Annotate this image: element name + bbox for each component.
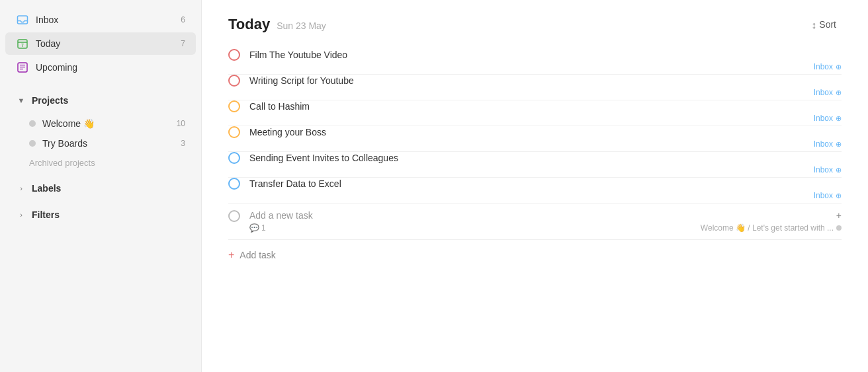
- task-source[interactable]: Inbox ⊕: [814, 62, 842, 71]
- today-count: 7: [181, 39, 185, 48]
- today-title-group: Today Sun 23 May: [228, 16, 326, 33]
- task-row-main: Film The Youtube Video: [228, 49, 842, 61]
- add-task-button[interactable]: + Add task: [228, 242, 842, 268]
- task-source[interactable]: Inbox ⊕: [814, 114, 842, 123]
- project-dot-welcome: [29, 120, 36, 127]
- task-row-meta: Inbox ⊕: [228, 112, 842, 126]
- project-path-text: Welcome 👋 / Let's get started with ...: [701, 223, 834, 233]
- inbox-count: 6: [181, 15, 185, 24]
- sidebar-item-upcoming[interactable]: Upcoming: [5, 56, 196, 79]
- task-source[interactable]: Inbox ⊕: [814, 139, 842, 149]
- filters-chevron-icon: ›: [16, 209, 26, 220]
- task-text: Writing Script for Youtube: [249, 75, 842, 86]
- inbox-source-icon: ⊕: [836, 166, 842, 174]
- filters-section-header[interactable]: › Filters: [5, 204, 196, 225]
- task-row-meta: Inbox ⊕: [228, 87, 842, 100]
- new-task-plus-icon: +: [836, 210, 842, 221]
- project-item-try-boards[interactable]: Try Boards 3: [5, 134, 196, 153]
- task-row: Meeting your Boss Inbox ⊕: [228, 126, 842, 152]
- project-label-welcome: Welcome 👋: [42, 118, 177, 129]
- task-row-main: Transfer Data to Excel: [228, 178, 842, 190]
- task-row-main: Writing Script for Youtube: [228, 75, 842, 87]
- sidebar: Inbox 6 7 Today 7 Upcoming ▼ Projects: [0, 0, 202, 372]
- projects-section-header[interactable]: ▼ Projects: [5, 90, 196, 111]
- task-circle[interactable]: [228, 49, 240, 61]
- task-circle[interactable]: [228, 126, 240, 138]
- inbox-source-icon: ⊕: [836, 114, 842, 123]
- project-dot-try-boards: [29, 140, 36, 147]
- task-text: Meeting your Boss: [249, 127, 842, 137]
- task-row-main: Meeting your Boss: [228, 126, 842, 138]
- archived-projects-label[interactable]: Archived projects: [5, 154, 196, 172]
- task-text: Film The Youtube Video: [249, 50, 842, 60]
- today-title-text: Today: [228, 16, 270, 33]
- task-source[interactable]: Inbox ⊕: [814, 191, 842, 200]
- task-comment-count: 💬 1: [249, 223, 266, 233]
- task-circle[interactable]: [228, 178, 240, 190]
- task-row-main: Sending Event Invites to Colleagues: [228, 152, 842, 164]
- inbox-source-icon: ⊕: [836, 192, 842, 200]
- labels-section-title: Labels: [32, 183, 61, 194]
- filters-section-title: Filters: [32, 209, 60, 220]
- projects-section-title: Projects: [32, 95, 68, 106]
- labels-chevron-icon: ›: [16, 183, 26, 194]
- inbox-icon: [16, 13, 29, 26]
- labels-section-header[interactable]: › Labels: [5, 178, 196, 199]
- inbox-source-icon: ⊕: [836, 63, 842, 71]
- task-row: Call to Hashim Inbox ⊕: [228, 100, 842, 126]
- sort-label: Sort: [819, 19, 836, 30]
- task-row: Transfer Data to Excel Inbox ⊕: [228, 178, 842, 204]
- sidebar-item-upcoming-label: Upcoming: [36, 62, 185, 73]
- new-task-circle[interactable]: [228, 210, 240, 222]
- sidebar-item-inbox-label: Inbox: [36, 15, 181, 25]
- new-task-text: Add a new task: [249, 210, 834, 221]
- today-date: Sun 23 May: [277, 20, 326, 31]
- today-header: Today Sun 23 May ↕ Sort: [228, 16, 842, 33]
- task-list: Film The Youtube Video Inbox ⊕ Writing S…: [228, 49, 842, 204]
- comment-icon: 💬: [249, 223, 259, 233]
- add-task-label: Add task: [239, 250, 275, 260]
- today-icon: 7: [16, 37, 29, 50]
- new-task-item: Add a new task + 💬 1 Welcome 👋 / Let's g…: [228, 204, 842, 240]
- sidebar-item-inbox[interactable]: Inbox 6: [5, 9, 196, 31]
- add-task-plus-icon: +: [228, 249, 234, 261]
- task-text: Call to Hashim: [249, 101, 842, 112]
- project-label-try-boards: Try Boards: [42, 138, 181, 149]
- task-project-path: Welcome 👋 / Let's get started with ...: [701, 223, 842, 233]
- svg-text:7: 7: [21, 43, 24, 48]
- task-circle[interactable]: [228, 152, 240, 164]
- sort-button[interactable]: ↕ Sort: [806, 17, 842, 33]
- new-task-meta: 💬 1 Welcome 👋 / Let's get started with .…: [249, 221, 842, 233]
- comment-count: 1: [261, 223, 266, 233]
- inbox-source-icon: ⊕: [836, 140, 842, 149]
- project-count-welcome: 10: [177, 119, 185, 128]
- task-dot-indicator: [836, 225, 842, 231]
- new-task-main: Add a new task +: [249, 210, 842, 221]
- task-row-meta: Inbox ⊕: [228, 190, 842, 203]
- project-item-welcome[interactable]: Welcome 👋 10: [5, 114, 196, 133]
- task-circle[interactable]: [228, 75, 240, 87]
- task-row-meta: Inbox ⊕: [228, 138, 842, 151]
- task-row-main: Call to Hashim: [228, 100, 842, 112]
- inbox-source-icon: ⊕: [836, 89, 842, 97]
- task-row: Film The Youtube Video Inbox ⊕: [228, 49, 842, 75]
- sort-icon: ↕: [812, 19, 817, 30]
- task-row-meta: Inbox ⊕: [228, 164, 842, 177]
- task-source[interactable]: Inbox ⊕: [814, 165, 842, 174]
- task-text: Sending Event Invites to Colleagues: [249, 153, 842, 163]
- upcoming-icon: [16, 61, 29, 74]
- task-row: Writing Script for Youtube Inbox ⊕: [228, 75, 842, 100]
- sidebar-item-today[interactable]: 7 Today 7: [5, 32, 196, 55]
- main-content: Today Sun 23 May ↕ Sort Film The Youtube…: [202, 0, 868, 372]
- sidebar-item-today-label: Today: [36, 38, 181, 49]
- task-circle[interactable]: [228, 100, 240, 112]
- projects-chevron-icon: ▼: [16, 95, 26, 106]
- task-row: Sending Event Invites to Colleagues Inbo…: [228, 152, 842, 178]
- new-task-content: Add a new task + 💬 1 Welcome 👋 / Let's g…: [249, 210, 842, 233]
- task-text: Transfer Data to Excel: [249, 178, 842, 189]
- task-row-meta: Inbox ⊕: [228, 61, 842, 74]
- task-source[interactable]: Inbox ⊕: [814, 88, 842, 97]
- project-count-try-boards: 3: [181, 139, 185, 148]
